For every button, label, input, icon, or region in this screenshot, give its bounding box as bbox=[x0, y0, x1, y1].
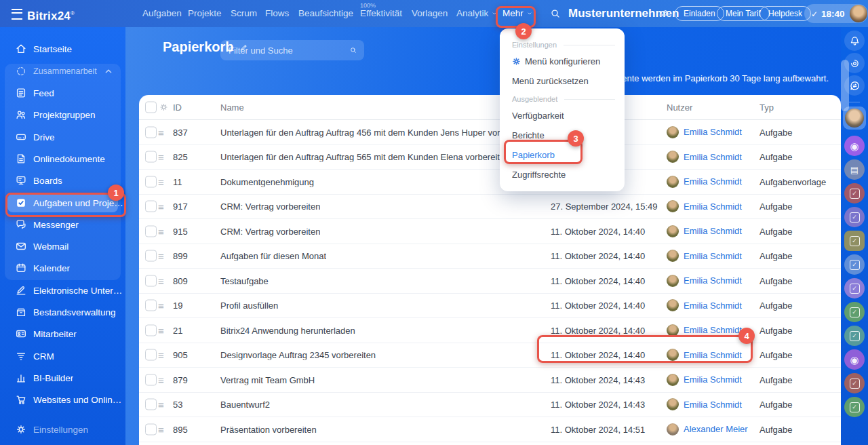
company-settings-icon[interactable] bbox=[658, 7, 669, 19]
nav-beaufsichtige[interactable]: Beaufsichtige bbox=[298, 0, 353, 27]
table-settings-gear-icon[interactable] bbox=[159, 102, 169, 113]
user-link[interactable]: Emilia Schmidt bbox=[684, 400, 742, 410]
nav-projekte[interactable]: Projekte bbox=[188, 0, 222, 27]
hamburger-menu-icon[interactable] bbox=[12, 9, 22, 20]
sidebar-item-webmail[interactable]: Webmail bbox=[0, 235, 125, 257]
sidebar-item-messenger[interactable]: Messenger bbox=[0, 214, 125, 235]
filter-bar[interactable] bbox=[220, 40, 364, 60]
right-panel-handle[interactable] bbox=[841, 60, 849, 111]
app-logo[interactable]: Bitrix24® bbox=[27, 0, 75, 27]
drag-handle-icon[interactable] bbox=[158, 350, 164, 360]
cell-name[interactable]: CRM: Vertrag vorbereiten bbox=[220, 226, 320, 236]
row-checkbox[interactable] bbox=[145, 275, 157, 286]
row-checkbox[interactable] bbox=[145, 176, 157, 187]
sidebar-item-feed[interactable]: Feed bbox=[0, 82, 125, 104]
sidebar-section-zusammenarbeit[interactable]: Zusammenarbeit bbox=[0, 60, 125, 82]
table-row[interactable]: 905 Designvorlage Auftrag 2345 vorbereit… bbox=[139, 343, 841, 368]
drag-handle-icon[interactable] bbox=[158, 251, 164, 261]
row-checkbox[interactable] bbox=[145, 151, 157, 163]
table-row[interactable]: 899 Aufgaben für diesen Monat 11. Oktobe… bbox=[139, 244, 841, 269]
cell-name[interactable]: Unterlagen für den Auftrag Auftrag 456 m… bbox=[220, 127, 532, 137]
cell-name[interactable]: Bitrix24 Anwendung herunterladen bbox=[220, 325, 355, 335]
user-link[interactable]: Emilia Schmidt bbox=[684, 176, 742, 187]
user-link[interactable]: Emilia Schmidt bbox=[684, 275, 742, 286]
nav-effektivitaet[interactable]: Effektivität bbox=[360, 0, 402, 27]
menu-item-zugriffsrechte[interactable]: Zugriffsrechte bbox=[500, 165, 625, 185]
user-link[interactable]: Emilia Schmidt bbox=[684, 152, 742, 162]
menu-item-menue-zuruecksetzen[interactable]: Menü zurücksetzen bbox=[500, 71, 625, 91]
sidebar-item-elektronische-unterschrift[interactable]: Elektronische Untersc... bbox=[0, 279, 125, 301]
column-header-typ[interactable]: Typ bbox=[760, 102, 774, 113]
table-row[interactable]: 895 Präsentation vorbereiten 11. Oktober… bbox=[139, 417, 841, 442]
drag-handle-icon[interactable] bbox=[158, 325, 164, 335]
cell-name[interactable]: Testaufgabe bbox=[220, 275, 269, 286]
table-row[interactable]: 19 Profil ausfüllen 11. Oktober 2024, 14… bbox=[139, 294, 841, 319]
drag-handle-icon[interactable] bbox=[158, 127, 164, 137]
sidebar-item-crm[interactable]: CRM bbox=[0, 345, 125, 367]
sidebar-item-boards[interactable]: Boards bbox=[0, 170, 125, 191]
search-icon[interactable] bbox=[549, 7, 561, 20]
drag-handle-icon[interactable] bbox=[158, 301, 164, 311]
table-row[interactable]: 917 CRM: Vertrag vorbereiten 27. Septemb… bbox=[139, 195, 841, 220]
sidebar-item-mitarbeiter[interactable]: Mitarbeiter bbox=[0, 323, 125, 345]
sidebar-item-einstellungen[interactable]: Einstellungen bbox=[0, 419, 125, 440]
row-checkbox[interactable] bbox=[145, 225, 157, 237]
notifications-bell-icon[interactable] bbox=[844, 31, 865, 51]
chat-icon[interactable] bbox=[844, 278, 865, 298]
sidebar-item-projektgruppen[interactable]: Projektgruppen bbox=[0, 104, 125, 125]
row-checkbox[interactable] bbox=[145, 399, 157, 410]
cell-name[interactable]: Aufgaben für diesen Monat bbox=[220, 251, 326, 261]
chat-icon[interactable] bbox=[844, 159, 865, 180]
table-row[interactable]: 915 CRM: Vertrag vorbereiten 11. Oktober… bbox=[139, 219, 841, 244]
helpdesk-button[interactable]: Helpdesk bbox=[760, 6, 811, 21]
nav-scrum[interactable]: Scrum bbox=[231, 0, 257, 27]
cell-name[interactable]: CRM: Vertrag vorbereiten bbox=[220, 201, 320, 212]
nav-aufgaben[interactable]: Aufgaben bbox=[142, 0, 182, 27]
column-header-nutzer[interactable]: Nutzer bbox=[667, 102, 692, 113]
table-row[interactable]: 21 Bitrix24 Anwendung herunterladen 11. … bbox=[139, 318, 841, 343]
cell-name[interactable]: Profil ausfüllen bbox=[220, 301, 278, 311]
table-row[interactable]: 879 Vertrag mit Team GmbH 11. Oktober 20… bbox=[139, 368, 841, 393]
user-link[interactable]: Emilia Schmidt bbox=[684, 127, 742, 137]
user-link[interactable]: Emilia Schmidt bbox=[684, 201, 742, 212]
drag-handle-icon[interactable] bbox=[158, 424, 164, 434]
column-header-id[interactable]: ID bbox=[173, 102, 182, 113]
row-checkbox[interactable] bbox=[145, 349, 157, 361]
column-header-name[interactable]: Name bbox=[220, 102, 244, 113]
drag-handle-icon[interactable] bbox=[158, 176, 164, 187]
chat-icon[interactable] bbox=[844, 302, 865, 322]
menu-item-berichte[interactable]: Berichte bbox=[500, 125, 625, 145]
table-row[interactable]: 825 Unterlagen für den Auftrag Auftrag 5… bbox=[139, 145, 841, 170]
user-link[interactable]: Emilia Schmidt bbox=[684, 374, 742, 385]
cell-name[interactable]: Vertrag mit Team GmbH bbox=[220, 374, 315, 385]
row-checkbox[interactable] bbox=[145, 300, 157, 311]
chat-icon[interactable] bbox=[844, 207, 865, 227]
chat-icon[interactable] bbox=[844, 183, 865, 204]
drag-handle-icon[interactable] bbox=[158, 226, 164, 236]
user-link[interactable]: Emilia Schmidt bbox=[684, 325, 742, 335]
work-timer[interactable]: 18:40 bbox=[804, 4, 868, 23]
sidebar-item-kalender[interactable]: Kalender bbox=[0, 257, 125, 279]
sidebar-item-aufgaben-und-projekte[interactable]: Aufgaben und Projek... bbox=[0, 192, 125, 214]
table-row[interactable]: 11 Dokumentgenehmigung 15:18 Emilia Schm… bbox=[139, 170, 841, 195]
sidebar-item-drive[interactable]: Drive bbox=[0, 126, 125, 148]
search-icon[interactable] bbox=[349, 45, 357, 56]
table-row[interactable]: 837 Unterlagen für den Auftrag Auftrag 4… bbox=[139, 120, 841, 145]
row-checkbox[interactable] bbox=[145, 324, 157, 336]
sidebar-item-websites[interactable]: Websites und Onlines... bbox=[0, 389, 125, 410]
table-row[interactable]: 53 Bauentwurf2 11. Oktober 2024, 14:43 E… bbox=[139, 393, 841, 418]
select-all-checkbox[interactable] bbox=[145, 102, 157, 113]
drag-handle-icon[interactable] bbox=[158, 374, 164, 385]
user-link[interactable]: Emilia Schmidt bbox=[684, 350, 742, 360]
table-row[interactable]: 809 Testaufgabe 11. Oktober 2024, 14:40 … bbox=[139, 269, 841, 294]
cell-name[interactable]: Unterlagen für den Auftrag Auftrag 565 m… bbox=[220, 152, 509, 162]
user-avatar[interactable] bbox=[850, 5, 867, 22]
chat-icon[interactable] bbox=[844, 373, 865, 393]
sidebar-item-bi-builder[interactable]: BI-Builder bbox=[0, 367, 125, 389]
cell-name[interactable]: Dokumentgenehmigung bbox=[220, 176, 314, 187]
nav-analytik[interactable]: Analytik bbox=[456, 0, 498, 27]
sidebar-item-startseite[interactable]: Startseite bbox=[0, 38, 125, 60]
menu-item-verfuegbarkeit[interactable]: Verfügbarkeit bbox=[500, 106, 625, 125]
sidebar-item-bestandsverwaltung[interactable]: Bestandsverwaltung bbox=[0, 301, 125, 323]
user-link[interactable]: Emilia Schmidt bbox=[684, 301, 742, 311]
